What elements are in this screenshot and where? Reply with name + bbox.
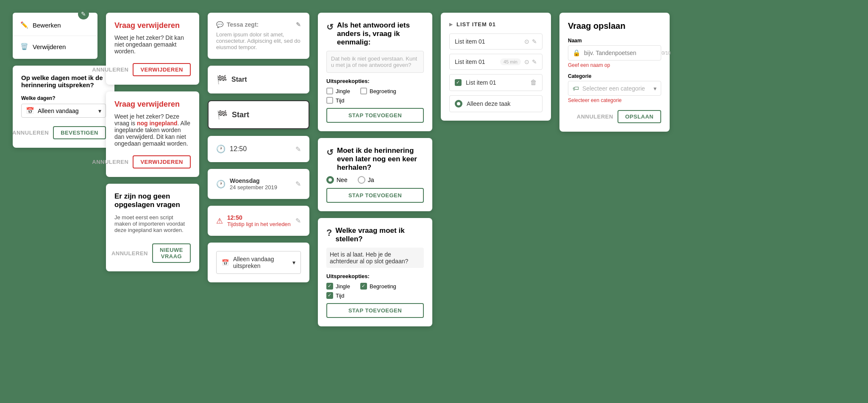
delete-title-1: Vraag verwijderen: [114, 21, 191, 30]
verwijderen-label: Verwijderen: [33, 43, 66, 50]
category-label: Categorie: [568, 73, 661, 79]
name-error: Geef een naam op: [568, 62, 661, 68]
radio-nee[interactable]: Nee: [326, 176, 348, 184]
comment-text: Lorem ipsum dolor sit amet, consectetur.…: [216, 31, 301, 50]
list-item-label-1: List item 01: [455, 38, 521, 45]
time-card: 🕐 12:50 ✎: [208, 136, 309, 162]
radio-nee-label: Nee: [337, 177, 348, 183]
check-label-tijd-1: Tijd: [336, 97, 344, 104]
no-questions-annuleren[interactable]: ANNULEREN: [111, 250, 148, 257]
check-jingle-3[interactable]: Jingle: [326, 283, 350, 290]
radio-ja-icon: [358, 176, 365, 184]
list-item-radio: Alleen deze taak: [449, 95, 542, 112]
save-card: Vraag opslaan Naam 🔒 0/10 Geef een naam …: [559, 13, 670, 132]
comment-author: Tessa zegt:: [227, 21, 259, 28]
category-error: Selecteer een categorie: [568, 97, 661, 103]
date-date: 24 september 2019: [230, 184, 277, 190]
delete-dialog-2: Vraag verwijderen Weet je het zeker? Dez…: [106, 91, 199, 177]
stap-btn-3[interactable]: STAP TOEVOEGEN: [326, 303, 424, 318]
check-jingle-1[interactable]: Jingle: [326, 88, 350, 94]
bewerken-label: Bewerken: [33, 22, 61, 29]
stap-btn-2[interactable]: STAP TOEVOEGEN: [326, 188, 424, 203]
check-label-tijd-3: Tijd: [336, 293, 344, 299]
error-card: ⚠ 12:50 Tijdstip ligt in het verleden ✎: [208, 206, 309, 236]
question-card-3: ? Welke vraag moet ik stellen? Het is al…: [318, 218, 432, 326]
settings-icon-1[interactable]: ⊙: [524, 38, 529, 45]
repeat-icon-1: ↺: [326, 22, 334, 32]
delete-body-1: Weet je het zeker? Dit kan niet ongedaan…: [114, 34, 191, 55]
days-value: Alleen vandaag: [38, 108, 95, 114]
comment-card: 💬 Tessa zegt: ✎ Lorem ipsum dolor sit am…: [208, 13, 309, 59]
bevestigen-button[interactable]: BEVESTIGEN: [53, 126, 106, 139]
edit-icon-comment[interactable]: ✎: [296, 21, 301, 28]
days-title: Op welke dagen moet ik de herinnering ui…: [21, 74, 106, 88]
radio-list-icon[interactable]: [455, 100, 462, 108]
flag-icon-inactive: 🏁: [217, 75, 227, 85]
edit-icon-1[interactable]: ✎: [532, 38, 537, 45]
delete2-verwijderen[interactable]: VERWIJDEREN: [133, 155, 191, 168]
delete1-verwijderen[interactable]: VERWIJDEREN: [133, 63, 191, 76]
question-title-3: Welke vraag moet ik stellen?: [335, 226, 424, 243]
verwijderen-item[interactable]: 🗑️ Verwijderen: [13, 39, 97, 55]
name-input[interactable]: [584, 50, 658, 56]
no-questions-title: Er zijn nog geen opgeslagen vragen: [114, 192, 191, 209]
save-annuleren[interactable]: ANNULEREN: [577, 113, 613, 120]
edit-icon: ✏️: [20, 21, 28, 29]
checkbox-tijd-1: [326, 97, 333, 104]
list-item-2: List item 01 45 min ⊙ ✎: [449, 54, 542, 70]
clock-icon-date: 🕐: [216, 179, 225, 189]
lock-icon: 🔒: [573, 49, 581, 57]
bewerken-item[interactable]: ✏️ Bewerken: [13, 17, 97, 33]
category-select-row[interactable]: 🏷 Selecteer een categorie ▾: [568, 81, 661, 96]
list-item-checked-label: List item 01: [466, 79, 526, 86]
edit-icon-time[interactable]: ✎: [295, 145, 301, 153]
context-menu-icon: ✎: [78, 8, 89, 19]
chat-icon: 💬: [216, 21, 223, 28]
radio-ja[interactable]: Ja: [358, 176, 374, 184]
question-body-3: Het is al laat. Heb je de achterdeur al …: [326, 248, 424, 268]
save-opslaan[interactable]: OPSLAAN: [618, 110, 661, 123]
edit-icon-2[interactable]: ✎: [532, 58, 537, 65]
delete1-annuleren[interactable]: ANNULEREN: [92, 66, 128, 73]
stap-btn-1[interactable]: STAP TOEVOEGEN: [326, 108, 424, 123]
days-card: Op welke dagen moet ik de herinnering ui…: [13, 66, 114, 148]
delete2-annuleren[interactable]: ANNULEREN: [92, 159, 128, 165]
list-item-radio-label: Alleen deze taak: [467, 100, 537, 107]
dropdown-arrow: ▾: [292, 259, 295, 266]
category-placeholder: Selecteer een categorie: [582, 85, 650, 92]
calendar-icon: 📅: [26, 107, 34, 115]
check-label-begroeting-1: Begroeting: [370, 88, 396, 94]
annuleren-button[interactable]: ANNULEREN: [12, 130, 49, 136]
dropdown-card[interactable]: 📅 Alleen vandaag uitspreken ▾: [208, 243, 309, 282]
list-header: ▶ LIST ITEM 01: [449, 21, 542, 28]
no-questions-card: Er zijn nog geen opgeslagen vragen Je mo…: [106, 184, 199, 271]
start-label-active: Start: [232, 110, 249, 119]
save-title: Vraag opslaan: [568, 21, 661, 31]
no-questions-nieuwe-vraag[interactable]: NIEUWE VRAAG: [152, 243, 191, 263]
check-label-begroeting-3: Begroeting: [370, 283, 396, 290]
list-card: ▶ LIST ITEM 01 List item 01 ⊙ ✎ List ite…: [441, 13, 551, 121]
check-begroeting-1[interactable]: Begroeting: [360, 88, 396, 94]
edit-icon-date[interactable]: ✎: [295, 180, 301, 188]
check-begroeting-3[interactable]: Begroeting: [360, 283, 396, 290]
list-item-checked: List item 01 🗑: [449, 74, 542, 91]
error-time: 12:50: [227, 214, 291, 221]
settings-icon-2[interactable]: ⊙: [524, 58, 529, 65]
check-tijd-1[interactable]: Tijd: [326, 97, 344, 104]
checkbox-list-checked[interactable]: [455, 79, 462, 86]
radio-nee-icon: [326, 176, 334, 184]
repeat-icon-2: ↺: [326, 147, 334, 157]
question-card-2: ↺ Moet ik de herinnering even later nog …: [318, 138, 432, 211]
checkbox-tijd-3: [326, 292, 333, 299]
checkbox-jingle-3: [326, 283, 333, 290]
uitspreek-label-3: Uitspreekopties:: [326, 273, 424, 279]
trash-icon-list[interactable]: 🗑: [530, 79, 537, 86]
check-label-jingle-1: Jingle: [336, 88, 350, 94]
list-header-label: LIST ITEM 01: [456, 21, 496, 28]
date-card: 🕐 Woensdag 24 september 2019 ✎: [208, 169, 309, 199]
warning-icon: ⚠: [216, 216, 223, 226]
category-arrow: ▾: [654, 85, 657, 92]
days-select[interactable]: 📅 Alleen vandaag ▾: [21, 104, 106, 118]
edit-icon-error[interactable]: ✎: [295, 217, 301, 225]
check-tijd-3[interactable]: Tijd: [326, 292, 344, 299]
